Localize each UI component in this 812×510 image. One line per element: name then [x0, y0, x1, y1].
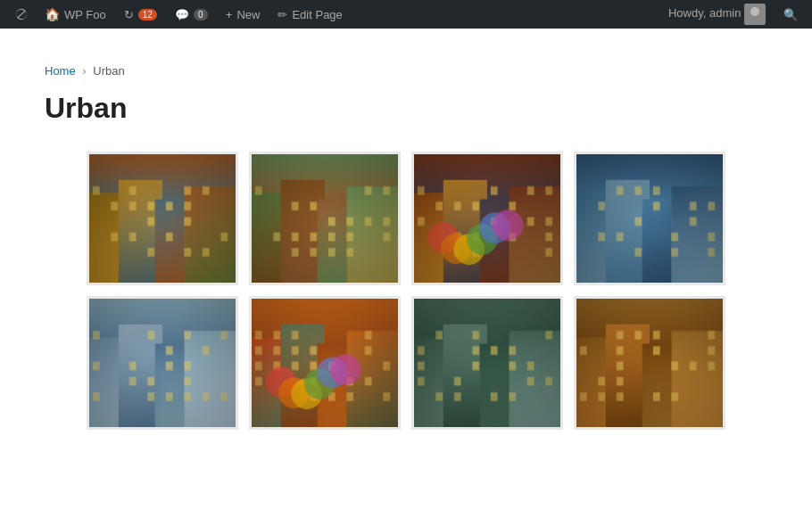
gallery-item[interactable] [87, 296, 238, 430]
site-icon: 🏠 [45, 7, 60, 21]
page-content: Home › Urban Urban [0, 29, 812, 510]
howdy-label: Howdy, admin [668, 6, 741, 20]
comments-button[interactable]: 💬 0 [166, 0, 217, 29]
updates-icon: ↻ [124, 8, 134, 21]
wp-logo-button[interactable] [7, 0, 36, 29]
page-title: Urban [45, 92, 767, 125]
site-name-button[interactable]: 🏠 WP Foo [36, 0, 115, 29]
breadcrumb-home-link[interactable]: Home [45, 64, 76, 78]
edit-page-button[interactable]: ✏ Edit Page [269, 0, 351, 29]
site-name-label: WP Foo [64, 8, 106, 21]
gallery-item[interactable] [574, 152, 725, 285]
gallery-row-1 [71, 152, 741, 285]
updates-button[interactable]: ↻ 12 [115, 0, 166, 29]
comments-icon: 💬 [175, 8, 189, 21]
updates-badge: 12 [138, 9, 157, 21]
gallery-item[interactable] [87, 152, 238, 285]
breadcrumb-separator: › [82, 64, 86, 78]
gallery-item[interactable] [249, 152, 401, 285]
gallery-row-2 [71, 296, 741, 430]
gallery-item[interactable] [249, 296, 401, 430]
new-label: New [236, 8, 260, 21]
edit-icon: ✏ [278, 8, 287, 21]
gallery-item[interactable] [411, 152, 563, 285]
adminbar-left: 🏠 WP Foo ↻ 12 💬 0 + New ✏ Edit Page [7, 0, 661, 29]
edit-page-label: Edit Page [292, 8, 342, 21]
breadcrumb-current: Urban [93, 64, 124, 78]
new-content-button[interactable]: + New [217, 0, 269, 29]
search-icon: 🔍 [783, 8, 798, 21]
plus-icon: + [226, 8, 233, 21]
comments-badge: 0 [194, 9, 208, 21]
gallery [45, 152, 767, 430]
search-button[interactable]: 🔍 [776, 0, 805, 29]
admin-bar: 🏠 WP Foo ↻ 12 💬 0 + New ✏ Edit Page Howd… [0, 0, 812, 29]
breadcrumb: Home › Urban [45, 64, 767, 78]
adminbar-right: Howdy, admin 🔍 [661, 0, 805, 29]
user-info-button[interactable]: Howdy, admin [661, 4, 773, 25]
gallery-item[interactable] [574, 296, 725, 430]
user-avatar [744, 4, 766, 25]
gallery-item[interactable] [411, 296, 563, 430]
